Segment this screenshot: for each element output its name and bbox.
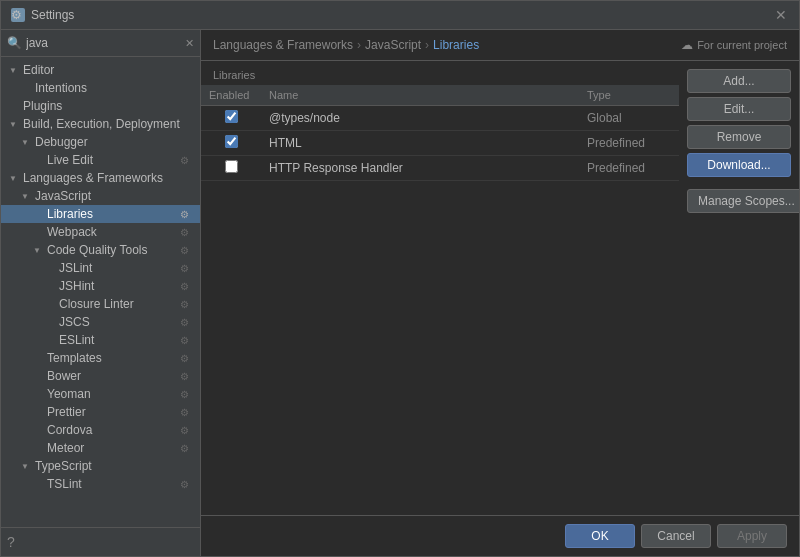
sidebar: 🔍 ✕ ▼ Editor Intentions Plugins: [1, 30, 201, 556]
table-row: HTTP Response Handler Predefined: [201, 156, 679, 181]
sidebar-item-label: JSHint: [59, 279, 94, 293]
sidebar-item-build[interactable]: ▼ Build, Execution, Deployment: [1, 115, 200, 133]
sidebar-item-templates[interactable]: Templates ⚙: [1, 349, 200, 367]
close-button[interactable]: ✕: [773, 7, 789, 23]
main-content: 🔍 ✕ ▼ Editor Intentions Plugins: [1, 30, 799, 556]
sidebar-item-meteor[interactable]: Meteor ⚙: [1, 439, 200, 457]
expand-icon: ▼: [33, 246, 43, 255]
sidebar-item-languages[interactable]: ▼ Languages & Frameworks: [1, 169, 200, 187]
search-input[interactable]: [26, 36, 181, 50]
sidebar-item-editor[interactable]: ▼ Editor: [1, 61, 200, 79]
settings-icon: ⚙: [180, 353, 192, 364]
name-cell: @types/node: [261, 106, 579, 131]
sidebar-item-label: Prettier: [47, 405, 86, 419]
settings-icon: ⚙: [180, 425, 192, 436]
add-button[interactable]: Add...: [687, 69, 791, 93]
expand-icon: ▼: [9, 66, 19, 75]
sidebar-item-jshint[interactable]: JSHint ⚙: [1, 277, 200, 295]
settings-window: ⚙ Settings ✕ 🔍 ✕ ▼ Editor: [0, 0, 800, 557]
sidebar-item-cordova[interactable]: Cordova ⚙: [1, 421, 200, 439]
settings-icon: ⚙: [180, 407, 192, 418]
libraries-table: Enabled Name Type @type: [201, 85, 679, 181]
table-section: Libraries Enabled Name Type: [201, 61, 679, 515]
settings-icon: ⚙: [180, 155, 192, 166]
sidebar-item-label: JavaScript: [35, 189, 91, 203]
sidebar-bottom: ?: [1, 527, 200, 556]
sidebar-item-jslint[interactable]: JSLint ⚙: [1, 259, 200, 277]
sidebar-item-libraries[interactable]: Libraries ⚙: [1, 205, 200, 223]
expand-icon: ▼: [21, 138, 31, 147]
sidebar-item-label: Languages & Frameworks: [23, 171, 163, 185]
name-cell: HTML: [261, 131, 579, 156]
breadcrumb-sep-2: ›: [425, 38, 429, 52]
settings-icon: ⚙: [180, 317, 192, 328]
settings-icon: ⚙: [180, 281, 192, 292]
sidebar-item-label: Editor: [23, 63, 54, 77]
sidebar-item-label: Bower: [47, 369, 81, 383]
name-cell: HTTP Response Handler: [261, 156, 579, 181]
settings-icon: ⚙: [180, 479, 192, 490]
settings-icon: ⚙: [180, 209, 192, 220]
sidebar-item-debugger[interactable]: ▼ Debugger: [1, 133, 200, 151]
settings-icon: ⚙: [180, 371, 192, 382]
window-title: Settings: [31, 8, 74, 22]
enabled-checkbox[interactable]: [225, 110, 238, 123]
sidebar-item-codequalitytools[interactable]: ▼ Code Quality Tools ⚙: [1, 241, 200, 259]
buttons-panel: Add... Edit... Remove Download... Manage…: [679, 61, 799, 515]
sidebar-item-liveedit[interactable]: Live Edit ⚙: [1, 151, 200, 169]
sidebar-tree: ▼ Editor Intentions Plugins ▼ Build, Exe…: [1, 57, 200, 527]
remove-button[interactable]: Remove: [687, 125, 791, 149]
help-icon[interactable]: ?: [7, 534, 15, 550]
sidebar-item-javascript[interactable]: ▼ JavaScript: [1, 187, 200, 205]
breadcrumb-part-2: JavaScript: [365, 38, 421, 52]
search-clear-icon[interactable]: ✕: [185, 37, 194, 50]
settings-icon: ⚙: [180, 299, 192, 310]
download-button[interactable]: Download...: [687, 153, 791, 177]
table-row: HTML Predefined: [201, 131, 679, 156]
col-header-type: Type: [579, 85, 679, 106]
settings-icon: ⚙: [180, 245, 192, 256]
sidebar-item-tslint[interactable]: TSLint ⚙: [1, 475, 200, 493]
manage-scopes-button[interactable]: Manage Scopes...: [687, 189, 799, 213]
sidebar-item-prettier[interactable]: Prettier ⚙: [1, 403, 200, 421]
project-badge-label: For current project: [697, 39, 787, 51]
search-icon: 🔍: [7, 36, 22, 50]
apply-button[interactable]: Apply: [717, 524, 787, 548]
edit-button[interactable]: Edit...: [687, 97, 791, 121]
settings-icon: ⚙: [180, 443, 192, 454]
settings-icon: ⚙: [180, 335, 192, 346]
sidebar-item-webpack[interactable]: Webpack ⚙: [1, 223, 200, 241]
sidebar-item-intentions[interactable]: Intentions: [1, 79, 200, 97]
expand-icon: ▼: [9, 120, 19, 129]
sidebar-item-bower[interactable]: Bower ⚙: [1, 367, 200, 385]
sidebar-item-jscs[interactable]: JSCS ⚙: [1, 313, 200, 331]
table-label: Libraries: [201, 69, 679, 85]
sidebar-item-typescript[interactable]: ▼ TypeScript: [1, 457, 200, 475]
breadcrumb-part-1: Languages & Frameworks: [213, 38, 353, 52]
sidebar-item-label: Live Edit: [47, 153, 93, 167]
table-row: @types/node Global: [201, 106, 679, 131]
sidebar-item-yeoman[interactable]: Yeoman ⚙: [1, 385, 200, 403]
breadcrumb: Languages & Frameworks › JavaScript › Li…: [201, 30, 799, 61]
sidebar-item-label: Debugger: [35, 135, 88, 149]
sidebar-item-label: ESLint: [59, 333, 94, 347]
enabled-checkbox[interactable]: [225, 135, 238, 148]
sidebar-item-plugins[interactable]: Plugins: [1, 97, 200, 115]
type-cell: Predefined: [579, 131, 679, 156]
type-cell: Predefined: [579, 156, 679, 181]
sidebar-item-label: Closure Linter: [59, 297, 134, 311]
sidebar-item-label: Libraries: [47, 207, 93, 221]
sidebar-item-eslint[interactable]: ESLint ⚙: [1, 331, 200, 349]
cancel-button[interactable]: Cancel: [641, 524, 711, 548]
sidebar-item-label: JSLint: [59, 261, 92, 275]
expand-icon: ▼: [21, 462, 31, 471]
ok-button[interactable]: OK: [565, 524, 635, 548]
enabled-cell: [201, 131, 261, 156]
enabled-checkbox[interactable]: [225, 160, 238, 173]
project-icon: ☁: [681, 38, 693, 52]
type-cell: Global: [579, 106, 679, 131]
expand-icon: ▼: [9, 174, 19, 183]
table-container: Enabled Name Type @type: [201, 85, 679, 515]
sidebar-item-label: Code Quality Tools: [47, 243, 148, 257]
sidebar-item-closurelinter[interactable]: Closure Linter ⚙: [1, 295, 200, 313]
